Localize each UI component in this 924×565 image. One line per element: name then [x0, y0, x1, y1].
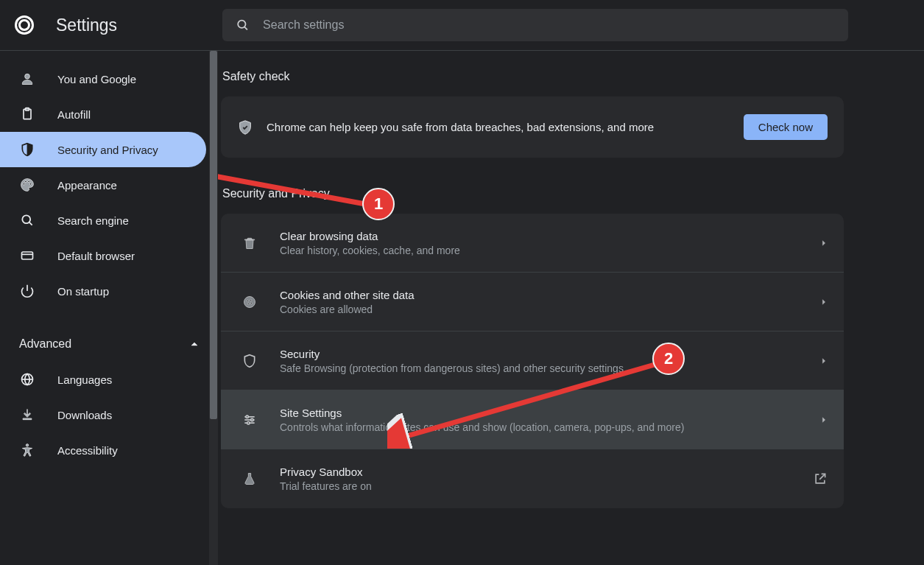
svg-point-13: [244, 296, 255, 307]
sidebar-item-label: On startup: [57, 285, 109, 298]
shield-icon: [19, 142, 35, 157]
accessibility-icon: [19, 443, 35, 457]
sidebar-item-default-browser[interactable]: Default browser: [0, 238, 206, 273]
sidebar-item-label: Downloads: [57, 409, 112, 421]
row-sub: Safe Browsing (protection from dangerous…: [280, 362, 820, 374]
cookie-icon: [241, 295, 258, 309]
svg-point-0: [238, 21, 245, 28]
chevron-right-icon: [820, 416, 828, 424]
chevron-right-icon: [820, 298, 828, 306]
sidebar-advanced-toggle[interactable]: Advanced: [0, 326, 218, 362]
sidebar-scrollbar-thumb[interactable]: [210, 51, 217, 419]
content: Safety check Chrome can help keep you sa…: [218, 51, 924, 565]
svg-point-17: [250, 302, 252, 303]
sidebar-item-downloads[interactable]: Downloads: [0, 397, 206, 432]
sidebar-item-label: Languages: [57, 373, 112, 386]
row-title: Clear browsing data: [280, 230, 820, 242]
annotation-step-1: 1: [362, 188, 395, 220]
open-in-new-icon: [813, 471, 828, 486]
sidebar-item-label: Autofill: [57, 108, 91, 121]
sidebar-item-you-and-google[interactable]: You and Google: [0, 61, 206, 96]
power-icon: [19, 284, 35, 298]
row-clear-browsing-data[interactable]: Clear browsing data Clear history, cooki…: [221, 214, 844, 273]
header: Settings: [0, 0, 924, 51]
sidebar-item-on-startup[interactable]: On startup: [0, 273, 206, 309]
safety-check-text: Chrome can help keep you safe from data …: [267, 121, 744, 133]
chevron-up-icon: [190, 340, 199, 348]
search-icon: [19, 213, 35, 228]
row-title: Site Settings: [280, 407, 820, 419]
sidebar: You and Google Autofill Security and Pri…: [0, 51, 218, 565]
svg-point-5: [22, 215, 30, 223]
svg-point-14: [247, 300, 248, 301]
svg-line-1: [244, 27, 247, 30]
trash-icon: [241, 236, 258, 250]
row-sub: Clear history, cookies, cache, and more: [280, 245, 820, 256]
svg-point-22: [251, 418, 253, 421]
row-cookies[interactable]: Cookies and other site data Cookies are …: [221, 273, 844, 331]
flask-icon: [241, 471, 258, 486]
sidebar-item-label: Accessibility: [57, 444, 118, 457]
sidebar-item-label: Search engine: [57, 214, 129, 227]
person-icon: [19, 71, 35, 86]
palette-icon: [19, 178, 35, 192]
privacy-panel: Clear browsing data Clear history, cooki…: [221, 214, 844, 508]
browser-icon: [19, 248, 35, 263]
row-body: Site Settings Controls what information …: [280, 407, 820, 433]
svg-point-23: [247, 421, 250, 424]
search-settings-input-wrap[interactable]: [222, 9, 848, 41]
svg-point-15: [250, 299, 252, 301]
row-sub: Cookies are allowed: [280, 303, 820, 315]
row-privacy-sandbox[interactable]: Privacy Sandbox Trial features are on: [221, 449, 844, 508]
svg-point-2: [25, 74, 30, 79]
svg-point-12: [26, 444, 28, 446]
sidebar-item-label: Default browser: [57, 250, 135, 262]
tune-icon: [241, 413, 258, 427]
sidebar-item-languages[interactable]: Languages: [0, 362, 206, 397]
row-sub: Trial features are on: [280, 480, 813, 492]
row-body: Security Safe Browsing (protection from …: [280, 348, 820, 374]
row-sub: Controls what information sites can use …: [280, 421, 820, 433]
sidebar-advanced-label: Advanced: [19, 337, 71, 351]
svg-rect-4: [26, 108, 29, 110]
sidebar-scrollbar[interactable]: [209, 51, 218, 565]
row-security[interactable]: Security Safe Browsing (protection from …: [221, 331, 844, 390]
row-body: Privacy Sandbox Trial features are on: [280, 466, 813, 492]
svg-point-21: [246, 415, 248, 418]
sidebar-item-security-privacy[interactable]: Security and Privacy: [0, 132, 206, 167]
safety-check-card: Chrome can help keep you safe from data …: [221, 96, 844, 158]
search-settings-input[interactable]: [263, 18, 835, 32]
svg-point-16: [247, 303, 249, 304]
row-title: Cookies and other site data: [280, 289, 820, 301]
svg-line-6: [29, 222, 32, 225]
row-site-settings[interactable]: Site Settings Controls what information …: [221, 390, 844, 449]
safety-check-heading: Safety check: [221, 70, 844, 83]
svg-rect-7: [22, 252, 33, 259]
page-title: Settings: [56, 15, 222, 35]
privacy-heading: Security and Privacy: [221, 187, 844, 200]
clipboard-icon: [19, 107, 35, 122]
sidebar-item-appearance[interactable]: Appearance: [0, 167, 206, 203]
row-body: Cookies and other site data Cookies are …: [280, 289, 820, 315]
row-body: Clear browsing data Clear history, cooki…: [280, 230, 820, 256]
annotation-step-2: 2: [652, 343, 685, 375]
row-title: Privacy Sandbox: [280, 466, 813, 478]
chevron-right-icon: [820, 357, 828, 365]
row-title: Security: [280, 348, 820, 360]
download-icon: [19, 407, 35, 422]
globe-icon: [19, 372, 35, 387]
search-icon: [236, 18, 250, 32]
check-now-button[interactable]: Check now: [744, 114, 828, 140]
sidebar-item-label: Security and Privacy: [57, 144, 158, 156]
chevron-right-icon: [820, 239, 828, 247]
sidebar-item-label: You and Google: [57, 73, 136, 85]
sidebar-item-accessibility[interactable]: Accessibility: [0, 432, 206, 468]
sidebar-item-search-engine[interactable]: Search engine: [0, 203, 206, 238]
sidebar-item-autofill[interactable]: Autofill: [0, 96, 206, 132]
verified-shield-icon: [237, 119, 253, 136]
shield-icon: [241, 354, 258, 368]
chrome-logo-icon: [15, 15, 34, 35]
sidebar-item-label: Appearance: [57, 179, 117, 192]
